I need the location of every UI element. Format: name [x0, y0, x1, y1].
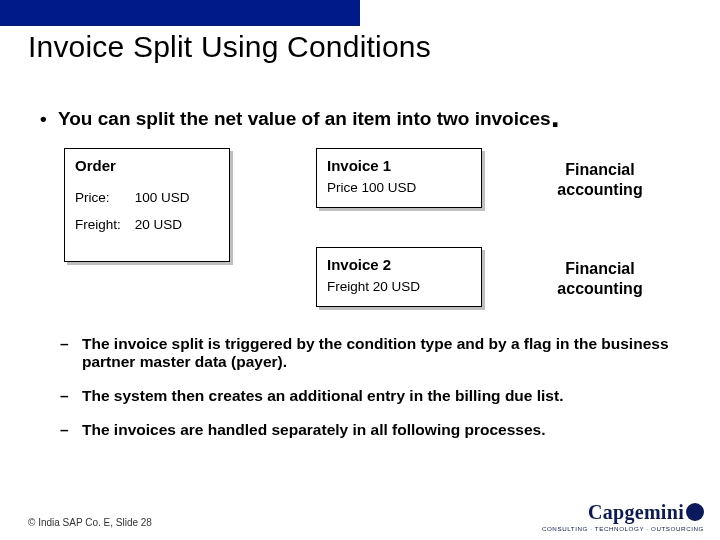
sub-bullet-3-text: The invoices are handled separately in a…	[82, 421, 545, 439]
slide: Invoice Split Using Conditions •You can …	[0, 0, 720, 540]
header-bar	[0, 0, 360, 26]
logo-tagline: CONSULTING · TECHNOLOGY · OUTSOURCING	[542, 525, 704, 532]
invoice2-line: Freight 20 USD	[317, 277, 481, 296]
sub-bullet-3: – The invoices are handled separately in…	[60, 421, 680, 439]
financial-accounting-label-2: Financial accounting	[540, 259, 660, 299]
financial-accounting-label-1: Financial accounting	[540, 160, 660, 200]
order-header: Order	[65, 149, 229, 178]
sub-bullet-1: – The invoice split is triggered by the …	[60, 335, 680, 371]
order-row-price: Price: 100 USD	[65, 188, 229, 207]
order-freight-key: Freight:	[75, 217, 131, 232]
dash-icon: –	[60, 335, 82, 371]
invoice1-box: Invoice 1 Price 100 USD	[316, 148, 482, 208]
invoice2-header: Invoice 2	[317, 248, 481, 277]
footer-text: © India SAP Co. E, Slide 28	[28, 517, 152, 528]
order-row-freight: Freight: 20 USD	[65, 215, 229, 234]
main-bullet-period: .	[551, 98, 560, 134]
logo-dot-icon	[686, 503, 704, 521]
main-bullet: •You can split the net value of an item …	[40, 108, 700, 130]
logo: Capgemini CONSULTING · TECHNOLOGY · OUTS…	[542, 501, 704, 532]
order-price-key: Price:	[75, 190, 131, 205]
order-freight-val: 20 USD	[135, 217, 182, 232]
order-price-val: 100 USD	[135, 190, 190, 205]
dash-icon: –	[60, 387, 82, 405]
logo-name: Capgemini	[588, 501, 684, 523]
sub-bullet-2: – The system then creates an additional …	[60, 387, 680, 405]
dash-icon: –	[60, 421, 82, 439]
main-bullet-text: You can split the net value of an item i…	[58, 108, 551, 129]
invoice1-line: Price 100 USD	[317, 178, 481, 197]
order-box: Order Price: 100 USD Freight: 20 USD	[64, 148, 230, 262]
sub-bullet-2-text: The system then creates an additional en…	[82, 387, 563, 405]
bullet-marker: •	[40, 108, 58, 130]
invoice2-box: Invoice 2 Freight 20 USD	[316, 247, 482, 307]
sub-bullet-list: – The invoice split is triggered by the …	[60, 335, 680, 455]
sub-bullet-1-text: The invoice split is triggered by the co…	[82, 335, 680, 371]
slide-title: Invoice Split Using Conditions	[28, 30, 431, 64]
invoice1-header: Invoice 1	[317, 149, 481, 178]
